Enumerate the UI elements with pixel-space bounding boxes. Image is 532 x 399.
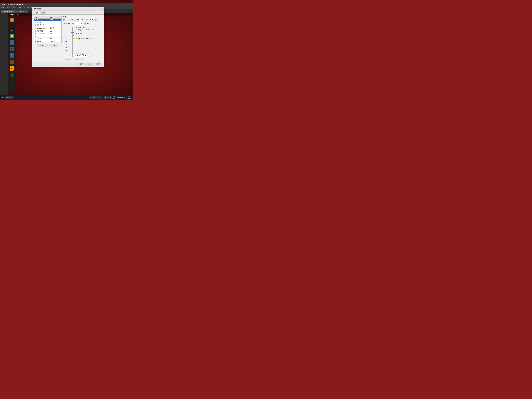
device-row-dvd[interactable]: 💿 CD/DVD (SATA) 正在使用文件 D:\tools\linux.is… xyxy=(34,26,61,30)
device-row-hdd[interactable]: 💾 硬盘 (SCSI) 40 GB xyxy=(34,24,61,26)
taskbar-right: 58°C CPU温度 ∧ 🔊 📶 🔋 S 21:18 周四 2022/2/24 xyxy=(112,96,133,99)
usb-summary: 存在 xyxy=(49,32,61,35)
legend-min-os-text: 建议的最小客户机操作系统内存 1 GB xyxy=(78,38,94,41)
dock-files[interactable]: 📁 xyxy=(9,33,15,39)
trash-dock-icon: 🗑 xyxy=(11,26,13,29)
net-name: 网络适配器 xyxy=(37,30,43,32)
memory-icon xyxy=(35,19,37,21)
terminal-label: Terminal xyxy=(16,13,21,15)
device-row-printer[interactable]: 🖨 打印机 存在 xyxy=(34,38,61,40)
cpu-summary: 1 xyxy=(49,21,61,23)
memory-input-row: 此虚拟机的内存(M): ▲ ▼ MB xyxy=(63,22,102,25)
printer-icon: 🖨 xyxy=(35,38,37,40)
vmware-tab-mycomputer[interactable]: 💻 我的计算机 × xyxy=(15,10,28,13)
slider-track-container xyxy=(71,27,74,57)
dialog-tab-hardware[interactable]: 硬件 xyxy=(34,11,40,14)
files-icon: 📁 xyxy=(11,35,13,37)
memory-legend: 最大建议内存 （超出此大小可能发生内存交换。） 6.0 GB 建议内存 2 GB xyxy=(76,27,102,57)
dialog-close-button[interactable]: × xyxy=(101,8,103,10)
add-remove-buttons: 添加(A)... 移除(R) xyxy=(34,43,62,48)
dock-firefox[interactable]: 🦊 xyxy=(9,17,15,23)
recommended-value: 2 GB xyxy=(78,35,82,36)
clock[interactable]: 21:18 周四 2022/2/24 xyxy=(126,96,132,99)
svg-rect-3 xyxy=(36,19,36,19)
cancel-button[interactable]: 取消 xyxy=(86,63,94,66)
dvd-name: CD/DVD (SATA) xyxy=(37,27,46,29)
display-name: 显示器 xyxy=(37,40,41,42)
desktop: Ubuntu 64 位 - VMware Workstation 文件(F) 编… xyxy=(0,0,133,100)
add-button[interactable]: 添加(A)... xyxy=(37,44,48,47)
dialog-footer: 确定 取消 帮助 xyxy=(32,62,104,67)
software-icon: 🛍 xyxy=(11,41,13,44)
start-button[interactable]: ⊞ xyxy=(0,95,5,100)
win-search-box[interactable]: 搜索一下 xyxy=(89,96,103,99)
warning-text: 必须先关闭虚拟机，才能降低内存量。 xyxy=(64,58,84,60)
edge-icon: 🌐 xyxy=(6,97,8,98)
vmware-titlebar: Ubuntu 64 位 - VMware Workstation xyxy=(0,3,133,6)
ime-keyboard-icon: ⌨ xyxy=(82,54,84,56)
vm-settings-dialog: 虚拟机设置 × 硬件 选项 设备 摘要 xyxy=(32,7,104,67)
firefox-icon: 🦊 xyxy=(11,19,13,21)
terminal-menu[interactable]: Terminal ▾ xyxy=(16,13,22,15)
dock-terminal[interactable]: _$ xyxy=(9,72,15,78)
legend-box-yellow xyxy=(76,38,77,39)
spinbox-down[interactable]: ▼ xyxy=(84,24,86,25)
taskbar-vmware[interactable]: 🖥 xyxy=(108,96,112,99)
legend-min-os: 建议的最小客户机操作系统内存 1 GB xyxy=(76,38,102,41)
tab-close-btn[interactable]: × xyxy=(13,11,13,12)
device-row-usb[interactable]: 🔌 USB 控制器 存在 xyxy=(34,32,61,35)
taskbar-files[interactable]: 📁 xyxy=(104,96,108,99)
device-row-cpu[interactable]: ⚙ 处理器 1 xyxy=(34,21,61,24)
hdd-summary: 40 GB xyxy=(49,24,61,26)
memory-spinbox: ▲ ▼ xyxy=(84,22,86,25)
dialog-body: 设备 摘要 内存 2 GB xyxy=(32,14,104,62)
dock-fonts[interactable]: A xyxy=(9,59,15,65)
menu-view[interactable]: 查看(V) xyxy=(13,7,17,9)
ubuntu-icon: 🖥 xyxy=(2,11,4,12)
device-row-sound[interactable]: 🔊 声卡 自动检测 xyxy=(34,35,61,38)
hdd-icon: 💾 xyxy=(35,24,37,26)
device-row-net[interactable]: 🌐 网络适配器 NAT xyxy=(34,30,61,32)
net-summary: NAT xyxy=(49,30,61,32)
dock-trash[interactable]: 🗑 Trash xyxy=(9,25,15,31)
mycomp-tab-close[interactable]: × xyxy=(26,11,26,12)
device-row-display[interactable]: 🖥 显示器 自动检测 xyxy=(34,40,61,43)
dock-gnome-software[interactable]: 🛍 xyxy=(9,39,15,45)
menu-tabs[interactable]: 选项卡(T) xyxy=(26,7,32,9)
dock-show-apps[interactable]: ⠿⠿ xyxy=(9,80,15,86)
device-list-header: 设备 摘要 xyxy=(34,16,61,19)
label-4mb: 4 MB xyxy=(67,54,69,57)
activities-label[interactable]: Activities xyxy=(9,13,14,15)
legend-box-green xyxy=(76,33,77,34)
dock-help[interactable]: ❓ xyxy=(9,52,15,58)
taskbar-item-edge[interactable]: 🌐 · 肺结节 xyxy=(5,96,14,99)
memory-name: 内存 xyxy=(37,19,39,21)
taskbar-pinned: 📁 🖥 xyxy=(104,96,112,99)
memory-settings-panel: 内存 指定分配给此虚拟机的内存量。内存大小必须为 4 MB 的倍数。 此虚拟机的… xyxy=(63,16,102,60)
max-recommended-label: 最大建议内存 xyxy=(78,27,96,28)
dock-settings[interactable]: ⚙ xyxy=(9,46,15,52)
memory-value-input[interactable] xyxy=(75,22,83,25)
ime-mic-icon: 🎤 xyxy=(79,54,81,56)
legend-recommended-text: 建议内存 2 GB xyxy=(78,33,82,36)
help-button[interactable]: 帮助 xyxy=(95,63,102,66)
remove-button[interactable]: 移除(R) xyxy=(49,44,58,47)
hdd-name: 硬盘 (SCSI) xyxy=(37,24,44,26)
menu-vm[interactable]: 虚拟机(M) xyxy=(19,7,25,9)
ok-button[interactable]: 确定 xyxy=(78,63,85,66)
vmware-tab-ubuntu[interactable]: 🖥 Ubuntu 64 位 × xyxy=(1,10,14,13)
menu-edit[interactable]: 编辑(E) xyxy=(7,7,12,9)
dialog-titlebar: 虚拟机设置 × xyxy=(32,7,104,11)
device-list-container: 设备 摘要 内存 2 GB xyxy=(34,16,62,60)
device-list: 设备 摘要 内存 2 GB xyxy=(34,16,62,43)
dock-amazon[interactable]: a xyxy=(9,65,15,71)
memory-input-label: 此虚拟机的内存(M): xyxy=(63,23,74,24)
dialog-tab-options[interactable]: 选项 xyxy=(40,11,46,14)
slider-track xyxy=(72,27,72,57)
menu-file[interactable]: 文件(F) xyxy=(1,7,6,9)
ime-lang-toggle[interactable]: 英 xyxy=(77,54,78,56)
search-placeholder: 搜索一下 xyxy=(90,97,95,98)
spinbox-up[interactable]: ▲ xyxy=(84,22,86,24)
device-row-memory[interactable]: 内存 2 GB xyxy=(34,19,61,21)
printer-name: 打印机 xyxy=(37,38,41,40)
